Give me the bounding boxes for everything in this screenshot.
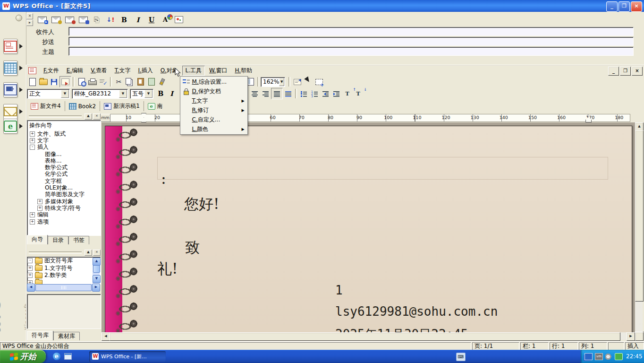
raise-text-button[interactable]: T↑ bbox=[342, 88, 353, 99]
open-button[interactable] bbox=[38, 77, 49, 87]
doc-close-button[interactable]: × bbox=[632, 67, 643, 76]
scroll-left-icon[interactable]: ◀ bbox=[27, 284, 35, 292]
vscroll-thumb[interactable] bbox=[635, 130, 644, 302]
tree-item[interactable]: 化学公式 bbox=[27, 171, 101, 178]
minimize-button[interactable]: _ bbox=[606, 1, 618, 12]
lower-text-button[interactable]: T↓ bbox=[353, 88, 364, 99]
distribute-button[interactable] bbox=[283, 88, 294, 99]
panel-close-icon[interactable]: × bbox=[93, 113, 101, 120]
flyout-arrow-icon[interactable] bbox=[19, 44, 25, 49]
volume-icon[interactable] bbox=[605, 354, 612, 360]
tree-item[interactable]: + 选项 bbox=[27, 218, 101, 225]
send-mail-button[interactable]: ➤ bbox=[37, 15, 47, 25]
save-mail-button[interactable] bbox=[78, 15, 88, 25]
network-icon[interactable] bbox=[585, 353, 593, 360]
panel-tab[interactable]: 向导 bbox=[27, 235, 48, 244]
panel-tab[interactable]: 目录 bbox=[48, 236, 68, 244]
menu-item-customize[interactable]: C.自定义... bbox=[181, 115, 247, 124]
attach-file-button[interactable]: ⎘ bbox=[92, 15, 102, 25]
expand-box-icon[interactable]: + bbox=[27, 266, 33, 271]
align-justify-button[interactable] bbox=[271, 88, 283, 99]
menu-view[interactable]: V.查看 bbox=[87, 66, 110, 76]
tree-item[interactable]: - 插入 bbox=[27, 144, 101, 151]
symbol-vscrollbar[interactable]: ▲ ▼ bbox=[93, 258, 100, 283]
dropdown-arrow-icon[interactable]: ▼ bbox=[61, 90, 69, 98]
recipient-input[interactable] bbox=[68, 27, 634, 36]
expand-box-icon[interactable]: + bbox=[30, 219, 35, 225]
menu-item-settings[interactable]: M.综合设置... bbox=[181, 77, 247, 86]
object-properties-button[interactable] bbox=[292, 77, 303, 87]
menu-item-text[interactable]: T.文字 ▶ bbox=[181, 96, 247, 105]
format-painter-button[interactable] bbox=[157, 77, 168, 87]
subject-input[interactable] bbox=[68, 47, 634, 56]
mail-app-button[interactable] bbox=[3, 104, 23, 119]
new-document-button[interactable] bbox=[27, 77, 38, 87]
sign-mail-button[interactable] bbox=[64, 15, 75, 25]
bold-button[interactable]: B bbox=[155, 88, 166, 99]
expand-box-icon[interactable]: + bbox=[30, 131, 35, 137]
doc-minimize-button[interactable]: _ bbox=[608, 67, 619, 76]
mail-export-button[interactable] bbox=[59, 76, 71, 87]
numbered-list-button[interactable] bbox=[309, 88, 320, 99]
symbol-hscrollbar[interactable]: ◀ ▶ bbox=[27, 284, 100, 291]
writer-app-button[interactable] bbox=[3, 39, 23, 54]
tree-item[interactable]: 图像... bbox=[27, 151, 101, 157]
menu-help[interactable]: H.帮助 bbox=[231, 66, 255, 76]
panel-tab[interactable]: 素材库 bbox=[53, 332, 80, 340]
expand-box-icon[interactable]: + bbox=[37, 206, 42, 211]
tree-item[interactable]: + 2.数学类 bbox=[27, 272, 101, 279]
font-color-button[interactable]: A bbox=[160, 15, 170, 25]
insert-picture-mail-button[interactable] bbox=[174, 15, 184, 25]
menu-edit[interactable]: E.编辑 bbox=[63, 66, 86, 76]
toolbar-close-icon[interactable]: × bbox=[26, 13, 33, 19]
antivirus-icon[interactable] bbox=[615, 353, 623, 360]
browser-app-button[interactable]: e bbox=[3, 119, 23, 134]
copy-button[interactable] bbox=[124, 77, 135, 87]
dropdown-arrow-icon[interactable]: ▼ bbox=[119, 90, 127, 98]
menu-window[interactable]: W.窗口 bbox=[206, 66, 230, 76]
toolbar-more-icon[interactable]: ▸ bbox=[26, 20, 33, 26]
save-button[interactable] bbox=[49, 77, 59, 87]
scroll-left-icon[interactable]: ◀ bbox=[102, 332, 110, 341]
decrease-indent-button[interactable] bbox=[320, 88, 331, 99]
panel-tab[interactable]: 书签 bbox=[68, 236, 89, 244]
italic-button[interactable]: I bbox=[166, 88, 177, 99]
doc-restore-button[interactable]: ❐ bbox=[620, 67, 631, 76]
align-center-button[interactable] bbox=[249, 88, 260, 99]
scroll-up-icon[interactable]: ▲ bbox=[93, 258, 101, 266]
increase-indent-button[interactable] bbox=[331, 88, 342, 99]
zoom-combo[interactable]: 162% ▼ bbox=[261, 77, 285, 87]
clipboard-button[interactable] bbox=[146, 77, 157, 87]
menu-text[interactable]: T.文字 bbox=[111, 66, 134, 76]
pin-icon[interactable] bbox=[16, 15, 22, 21]
paste-button[interactable] bbox=[135, 77, 146, 87]
font-combo[interactable]: 楷体_GB2312 ▼ bbox=[72, 89, 128, 99]
size-combo[interactable]: 五号 ▼ bbox=[130, 89, 153, 99]
scroll-up-icon[interactable]: ▲ bbox=[635, 122, 644, 131]
document-vscrollbar[interactable]: ▲ ▼ bbox=[635, 122, 643, 340]
priority-button[interactable]: ↓! bbox=[105, 15, 116, 25]
cc-input[interactable] bbox=[68, 37, 634, 46]
presentation-app-button[interactable] bbox=[3, 82, 23, 97]
scroll-down-icon[interactable]: ▼ bbox=[93, 275, 101, 283]
hscroll-thumb[interactable] bbox=[110, 332, 620, 341]
document-page[interactable]: : 您好! 致 礼! 1 lsy6129981@sohu.com.cn 2025… bbox=[105, 126, 632, 332]
dropdown-arrow-icon[interactable]: ▼ bbox=[279, 78, 284, 86]
panel-tab[interactable]: 符号库 bbox=[27, 331, 53, 340]
menu-item-color[interactable]: L.颜色 ▶ bbox=[181, 124, 247, 134]
document-canvas[interactable]: : 您好! 致 礼! 1 lsy6129981@sohu.com.cn 2025… bbox=[102, 122, 635, 332]
dropdown-arrow-icon[interactable]: ▼ bbox=[144, 90, 153, 98]
spreadsheet-app-button[interactable] bbox=[3, 60, 23, 76]
wps-task-button[interactable]: W WPS Office - [新... bbox=[89, 351, 166, 362]
scroll-right-icon[interactable]: ▶ bbox=[92, 284, 100, 292]
mail-italic-button[interactable]: I bbox=[133, 15, 143, 25]
flyout-arrow-icon[interactable] bbox=[19, 109, 25, 114]
tree-item[interactable]: + 1.文字符号 bbox=[27, 265, 101, 272]
expand-box-icon[interactable]: - bbox=[30, 145, 35, 150]
vmware-icon[interactable]: vm bbox=[595, 353, 603, 360]
encrypt-mail-button[interactable] bbox=[51, 15, 61, 25]
input-method-icon[interactable]: ⌨ bbox=[456, 353, 466, 361]
tab-new-file-4[interactable]: 新文件4 bbox=[27, 101, 65, 111]
cut-button[interactable]: ✂ bbox=[113, 77, 124, 87]
show-desktop-icon[interactable] bbox=[64, 352, 72, 361]
